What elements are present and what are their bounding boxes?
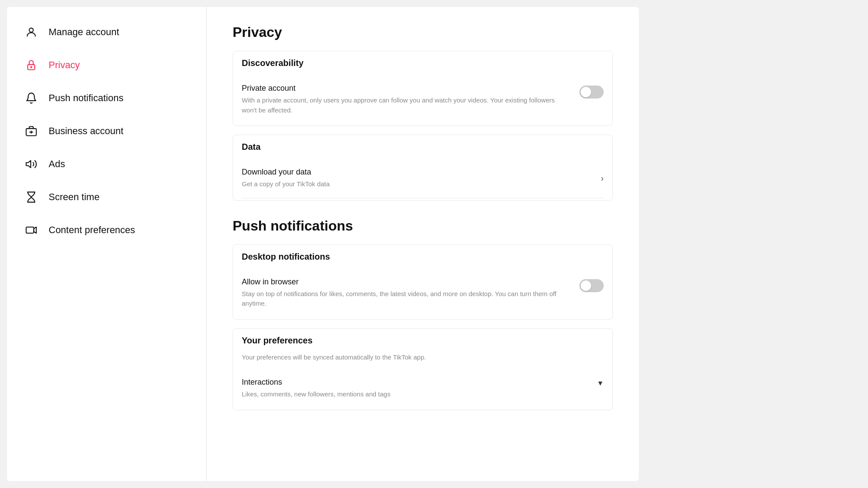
sidebar-label-privacy: Privacy	[49, 59, 80, 71]
bell-icon	[24, 91, 38, 105]
briefcase-icon	[24, 124, 38, 138]
interactions-row[interactable]: Interactions Likes, comments, new follow…	[242, 369, 604, 408]
desktop-notifications-block: Desktop notifications Allow in browser S…	[233, 244, 613, 320]
push-notifications-section: Push notifications Desktop notifications…	[233, 218, 613, 410]
data-section: Data Download your data Get a copy of yo…	[233, 135, 613, 201]
allow-in-browser-description: Stay on top of notifications for likes, …	[242, 289, 562, 309]
interactions-label: Interactions	[242, 378, 579, 387]
sidebar-label-push-notifications: Push notifications	[49, 92, 123, 104]
allow-in-browser-toggle-slider	[579, 279, 604, 292]
page-title: Privacy	[233, 24, 613, 40]
download-data-row[interactable]: Download your data Get a copy of your Ti…	[242, 159, 604, 198]
private-account-toggle[interactable]	[579, 86, 604, 99]
lock-icon	[24, 58, 38, 72]
sidebar: Manage account Privacy Push notificat	[7, 7, 207, 481]
discoverability-title: Discoverability	[242, 53, 604, 75]
sidebar-item-content-preferences[interactable]: Content preferences	[7, 214, 206, 247]
private-account-text: Private account With a private account, …	[242, 84, 579, 115]
download-data-text: Download your data Get a copy of your Ti…	[242, 168, 601, 189]
allow-in-browser-toggle[interactable]	[579, 279, 604, 292]
desktop-notifications-title: Desktop notifications	[242, 247, 604, 269]
allow-in-browser-text: Allow in browser Stay on top of notifica…	[242, 277, 579, 309]
svg-point-2	[31, 67, 32, 68]
sidebar-label-business-account: Business account	[49, 125, 123, 137]
sidebar-item-ads[interactable]: Ads	[7, 148, 206, 181]
sidebar-label-screen-time: Screen time	[49, 191, 99, 203]
private-account-row: Private account With a private account, …	[242, 75, 604, 124]
sidebar-item-business-account[interactable]: Business account	[7, 115, 206, 148]
toggle-slider	[579, 86, 604, 99]
sidebar-item-privacy[interactable]: Privacy	[7, 49, 206, 82]
sidebar-item-screen-time[interactable]: Screen time	[7, 181, 206, 214]
person-icon	[24, 25, 38, 39]
data-title: Data	[242, 137, 604, 159]
discoverability-section: Discoverability Private account With a p…	[233, 51, 613, 126]
sidebar-item-push-notifications[interactable]: Push notifications	[7, 82, 206, 115]
sidebar-label-manage-account: Manage account	[49, 26, 119, 38]
hourglass-icon	[24, 190, 38, 204]
sidebar-label-ads: Ads	[49, 158, 65, 170]
main-content: Privacy Discoverability Private account …	[207, 7, 639, 481]
your-preferences-subtitle: Your preferences will be synced automati…	[242, 353, 604, 369]
private-account-description: With a private account, only users you a…	[242, 96, 562, 115]
private-account-label: Private account	[242, 84, 562, 93]
megaphone-icon	[24, 157, 38, 171]
svg-rect-7	[26, 227, 34, 233]
allow-in-browser-row: Allow in browser Stay on top of notifica…	[242, 269, 604, 317]
download-data-description: Get a copy of your TikTok data	[242, 179, 583, 189]
svg-marker-6	[26, 161, 31, 168]
sidebar-label-content-preferences: Content preferences	[49, 224, 135, 236]
download-data-label: Download your data	[242, 168, 583, 177]
interactions-text: Interactions Likes, comments, new follow…	[242, 378, 597, 399]
allow-in-browser-label: Allow in browser	[242, 277, 562, 287]
interactions-description: Likes, comments, new followers, mentions…	[242, 389, 579, 399]
svg-point-0	[29, 28, 33, 32]
your-preferences-block: Your preferences Your preferences will b…	[233, 328, 613, 410]
your-preferences-title: Your preferences	[242, 330, 604, 353]
push-notifications-title: Push notifications	[233, 218, 613, 234]
app-layout: Manage account Privacy Push notificat	[7, 7, 639, 481]
chevron-right-icon: ›	[601, 173, 604, 183]
sidebar-item-manage-account[interactable]: Manage account	[7, 16, 206, 49]
dropdown-arrow-icon: ▼	[597, 379, 604, 387]
video-icon	[24, 223, 38, 237]
